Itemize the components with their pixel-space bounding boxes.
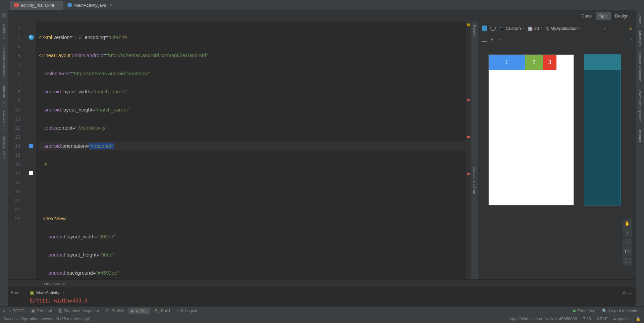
rail-attributes[interactable]: Attributes bbox=[638, 31, 642, 46]
preview-cell-3: 3 bbox=[543, 55, 556, 70]
gutter-marks: C bbox=[26, 22, 36, 279]
blueprint-preview[interactable] bbox=[584, 54, 621, 205]
rail-resource-manager[interactable]: Resource Manager bbox=[2, 46, 6, 78]
palette-rail: Palette Component Tree bbox=[471, 22, 478, 279]
preview-cell-1: 1 bbox=[489, 55, 525, 70]
tab-activity-main[interactable]: activity_main.xml × bbox=[10, 1, 63, 10]
zoom-full-button[interactable]: ⛶ bbox=[623, 257, 632, 266]
pan-button[interactable]: ✋ bbox=[623, 219, 632, 228]
code-content[interactable]: <?xml version="1.0" encoding="utf-8"?> <… bbox=[36, 22, 466, 279]
left-tool-rail: 1: Project Resource Manager 7: Structure… bbox=[0, 10, 8, 306]
phone-preview[interactable]: 1 2 3 bbox=[488, 54, 574, 205]
xml-file-icon bbox=[14, 3, 19, 7]
api-selector[interactable]: 🤖30▾ bbox=[527, 26, 542, 31]
breadcrumb[interactable]: LinearLayout bbox=[8, 279, 636, 287]
tab-label: MainActivity.java bbox=[74, 3, 106, 8]
status-bar: Success: Operation succeeded (16 minutes… bbox=[0, 315, 644, 323]
rail-build-variants[interactable]: Build Variants bbox=[2, 136, 6, 159]
event-log-tab[interactable]: Event Log bbox=[570, 308, 598, 314]
theme-selector[interactable]: ◎ MyApplication▾ bbox=[545, 26, 581, 31]
color-swatch-icon[interactable] bbox=[29, 144, 33, 148]
run-tab[interactable]: ▶ 4: Run bbox=[128, 308, 150, 314]
profiler-tab[interactable]: ⏱ Profiler bbox=[103, 308, 127, 314]
status-message: Success: Operation succeeded (16 minutes… bbox=[3, 317, 90, 321]
orientation-icon[interactable] bbox=[490, 26, 496, 31]
view-mode-toggle: Code Split Design bbox=[8, 10, 636, 22]
watermark-text: https://blog.csdn.net/weixin_45966880 bbox=[508, 317, 577, 321]
project-icon[interactable] bbox=[2, 13, 6, 17]
close-icon[interactable]: × bbox=[57, 3, 59, 7]
zoom-in-button[interactable]: + bbox=[623, 228, 632, 238]
layout-preview-canvas[interactable]: 1 2 3 ✋ + − 1:1 bbox=[478, 44, 636, 279]
rail-layout-validation[interactable]: Layout Validation bbox=[638, 53, 642, 81]
bottom-tool-bar: » ≡ TODO ▣ Terminal 🗄 Database Inspector… bbox=[0, 306, 644, 315]
tab-label: activity_main.xml bbox=[21, 3, 54, 8]
todo-tab[interactable]: ≡ TODO bbox=[6, 308, 27, 314]
run-output-line: E/ttit: width=469.0 bbox=[26, 297, 618, 305]
rail-gradle[interactable]: Gradle bbox=[638, 13, 642, 24]
run-config-tab[interactable]: ▣MainActivity× bbox=[26, 288, 68, 297]
layout-inspector-tab[interactable]: 🔍 Layout Inspector bbox=[599, 308, 641, 314]
logcat-tab[interactable]: ≡ 6: Logcat bbox=[174, 308, 200, 314]
design-toolbar-secondary: ≡ ↔ ↕ ? bbox=[478, 34, 636, 44]
class-icon[interactable]: C bbox=[29, 35, 34, 40]
help-icon[interactable]: ? bbox=[630, 37, 633, 42]
zoom-out-button[interactable]: − bbox=[623, 238, 632, 247]
line-number-gutter: 12345678910111213141516171819202122 bbox=[8, 22, 26, 279]
editor-tab-bar: activity_main.xml × MainActivity.java × bbox=[0, 0, 644, 10]
view-options-icon[interactable] bbox=[482, 37, 487, 42]
close-icon[interactable]: × bbox=[110, 3, 112, 7]
component-tree-label[interactable]: Component Tree bbox=[473, 167, 477, 194]
java-file-icon bbox=[67, 3, 72, 7]
tab-main-activity[interactable]: MainActivity.java × bbox=[63, 1, 116, 10]
indent-setting[interactable]: 4 spaces bbox=[613, 317, 630, 321]
zoom-controls: ✋ + − 1:1 ⛶ bbox=[623, 219, 632, 266]
design-preview-pane: 📱 Custom▾ 🤖30▾ ◎ MyApplication▾ » ⚠ ≡ ↔ … bbox=[478, 22, 636, 279]
database-inspector-tab[interactable]: 🗄 Database Inspector bbox=[56, 308, 102, 314]
rail-structure[interactable]: 7: Structure bbox=[2, 85, 6, 104]
terminal-tab[interactable]: ▣ Terminal bbox=[29, 308, 54, 314]
split-view-button[interactable]: Split bbox=[596, 12, 611, 20]
error-stripe[interactable] bbox=[466, 22, 471, 279]
cursor-position[interactable]: 7:38 bbox=[583, 317, 591, 321]
warning-icon[interactable]: ⚠ bbox=[629, 26, 633, 31]
rail-favorites[interactable]: 2: Favorites bbox=[2, 110, 6, 130]
design-toolbar: 📱 Custom▾ 🤖30▾ ◎ MyApplication▾ » ⚠ bbox=[478, 22, 636, 34]
rail-project[interactable]: 1: Project bbox=[2, 24, 6, 40]
right-tool-rail: Gradle Attributes Layout Validation Devi… bbox=[636, 10, 644, 306]
preview-cell-2: 2 bbox=[525, 55, 543, 70]
code-editor[interactable]: 12345678910111213141516171819202122 C <?… bbox=[8, 22, 471, 279]
build-tab[interactable]: 🔨 Build bbox=[152, 308, 173, 314]
code-view-button[interactable]: Code bbox=[578, 12, 595, 20]
rail-emulator[interactable]: Emulator bbox=[638, 128, 642, 142]
run-settings-icon[interactable]: ⚙ — bbox=[618, 288, 636, 306]
zoom-fit-button[interactable]: 1:1 bbox=[623, 247, 632, 257]
palette-label[interactable]: Palette bbox=[473, 25, 477, 36]
surface-icon[interactable] bbox=[482, 26, 487, 31]
color-swatch-icon[interactable] bbox=[29, 171, 33, 175]
run-tool-window: Run: ▣MainActivity× E/ttit: width=469.0 … bbox=[8, 287, 636, 306]
run-label: Run: bbox=[8, 288, 26, 306]
line-ending[interactable]: CRLF bbox=[597, 317, 607, 321]
device-selector[interactable]: 📱 Custom▾ bbox=[499, 26, 524, 31]
design-view-button[interactable]: Design bbox=[612, 12, 632, 20]
rail-device-explorer[interactable]: Device File Explorer bbox=[638, 88, 642, 121]
